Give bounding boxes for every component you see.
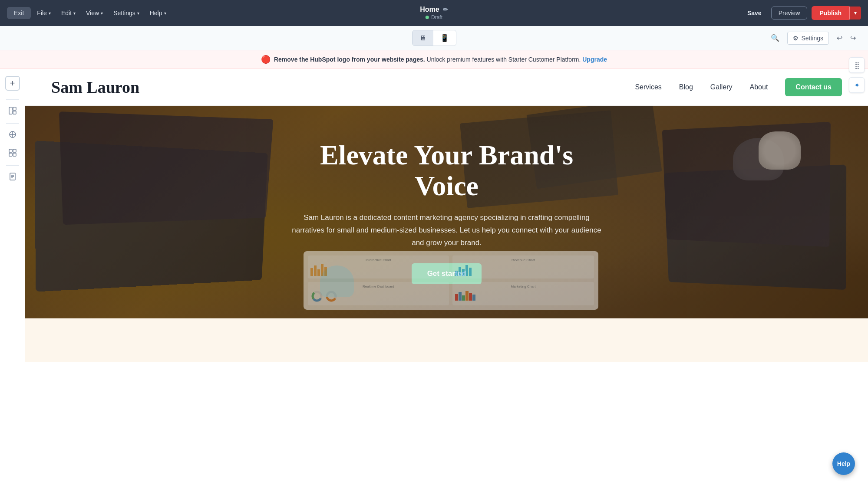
donut-chart [310, 290, 323, 303]
card-label-3: Realtime Dashboard [310, 285, 447, 288]
sidebar-design-button[interactable] [4, 127, 21, 144]
hero-title: Elevate Your Brand's Voice [290, 140, 603, 201]
pages-icon [8, 172, 17, 183]
left-sidebar: + [0, 69, 25, 488]
edit-page-title-icon[interactable]: ✏ [443, 6, 448, 13]
nav-services[interactable]: Services [635, 83, 661, 91]
bar [455, 294, 458, 301]
sidebar-divider-3 [6, 165, 19, 166]
bar [459, 292, 462, 301]
help-menu[interactable]: Help ▾ [145, 7, 171, 19]
dashboard-overlay: Interactive Chart Revenue Chart [304, 251, 598, 310]
dashboard-card-3: Realtime Dashboard [308, 282, 449, 305]
save-button[interactable]: Save [742, 7, 767, 19]
nav-about[interactable]: About [750, 83, 768, 91]
chevron-down-icon: ▾ [164, 11, 166, 16]
card-label: Interactive Chart [310, 258, 447, 262]
nav-gallery[interactable]: Gallery [710, 83, 733, 91]
settings-menu[interactable]: Settings ▾ [109, 7, 144, 19]
site-header: Sam Lauron Services Blog Gallery About C… [25, 69, 868, 106]
svg-rect-1 [13, 107, 16, 110]
search-icon: 🔍 [771, 34, 779, 42]
secondary-bar: 🖥 📱 🔍 ⚙ Settings ↩ ↪ [0, 26, 868, 50]
bar [465, 291, 469, 301]
website-frame: Sam Lauron Services Blog Gallery About C… [25, 69, 868, 488]
contact-button[interactable]: Contact us [785, 78, 842, 96]
bar [462, 295, 465, 301]
layout-icon [8, 106, 17, 117]
bar [317, 269, 320, 276]
sidebar-divider-2 [6, 123, 19, 124]
card-label-4: Marketing Chart [455, 285, 591, 288]
sidebar-pages-button[interactable] [4, 169, 21, 186]
publish-group: Publish ▾ [812, 6, 861, 20]
edit-menu[interactable]: Edit ▾ [57, 7, 80, 19]
mobile-icon: 📱 [440, 34, 449, 42]
hero-section: Elevate Your Brand's Voice Sam Lauron is… [25, 106, 868, 318]
bar [324, 267, 327, 276]
desktop-view-button[interactable]: 🖥 [413, 30, 433, 46]
bar [314, 265, 317, 276]
bar [459, 267, 461, 276]
sidebar-layout-button[interactable] [4, 103, 21, 120]
donut-chart-2 [325, 290, 338, 303]
device-toggle: 🖥 📱 [412, 30, 456, 46]
main-layout: + [0, 69, 868, 488]
view-menu[interactable]: View ▾ [82, 7, 107, 19]
preview-button[interactable]: Preview [771, 7, 808, 20]
undo-button[interactable]: ↩ [833, 31, 846, 45]
redo-icon: ↪ [850, 34, 856, 42]
hero-description: Sam Lauron is a dedicated content market… [290, 212, 603, 249]
upgrade-link[interactable]: Upgrade [582, 56, 607, 63]
bar [469, 268, 472, 276]
mobile-view-button[interactable]: 📱 [433, 30, 456, 46]
top-bar: Exit File ▾ Edit ▾ View ▾ Settings ▾ Hel… [0, 0, 868, 26]
draft-dot [426, 16, 429, 19]
mini-chart-2 [455, 263, 591, 276]
svg-rect-5 [13, 149, 16, 152]
publish-dropdown-button[interactable]: ▾ [849, 7, 861, 20]
stacked-bars [455, 290, 591, 301]
nav-blog[interactable]: Blog [679, 83, 693, 91]
right-panel: ⣿ ✦ [845, 50, 868, 100]
site-logo: Sam Lauron [51, 78, 139, 97]
design-icon [8, 130, 17, 141]
card-label-2: Revenue Chart [455, 258, 591, 262]
svg-rect-0 [9, 107, 12, 114]
ai-assistant-button[interactable]: ✦ [849, 77, 865, 93]
desktop-icon: 🖥 [419, 34, 426, 42]
bar [321, 264, 323, 276]
file-menu[interactable]: File ▾ [33, 7, 55, 19]
page-settings-button[interactable]: ⚙ Settings [787, 32, 829, 45]
bottom-section [25, 318, 868, 362]
bar [472, 295, 475, 301]
secondary-bar-right: 🔍 ⚙ Settings ↩ ↪ [767, 31, 859, 45]
grid-icon: ⣿ [855, 61, 859, 69]
grid-panel-button[interactable]: ⣿ [849, 57, 865, 73]
chevron-down-icon: ▾ [101, 11, 103, 16]
warning-icon: 🔴 [261, 55, 271, 64]
dashboard-card-4: Marketing Chart [452, 282, 594, 305]
canvas: Sam Lauron Services Blog Gallery About C… [25, 69, 868, 488]
add-section-button[interactable]: + [5, 76, 20, 91]
sidebar-components-button[interactable] [4, 145, 21, 162]
draft-status: Draft [426, 14, 442, 20]
help-button[interactable]: Help [832, 452, 855, 475]
redo-button[interactable]: ↪ [847, 31, 859, 45]
donut-area [310, 290, 447, 303]
search-button[interactable]: 🔍 [767, 31, 783, 45]
chevron-down-icon: ▾ [49, 11, 51, 16]
undo-icon: ↩ [837, 34, 842, 42]
svg-rect-7 [13, 153, 16, 156]
dashboard-card-2: Revenue Chart [452, 255, 594, 278]
page-title: Home ✏ [420, 6, 448, 13]
star-icon: ✦ [854, 81, 860, 89]
site-nav: Services Blog Gallery About Contact us [635, 78, 842, 96]
notification-banner: 🔴 Remove the HubSpot logo from your webs… [0, 50, 868, 69]
svg-rect-6 [9, 153, 12, 156]
exit-button[interactable]: Exit [7, 7, 31, 19]
publish-button[interactable]: Publish [812, 6, 849, 20]
plus-icon: + [10, 79, 15, 88]
bar [465, 265, 468, 276]
chevron-down-icon: ▾ [137, 11, 139, 16]
